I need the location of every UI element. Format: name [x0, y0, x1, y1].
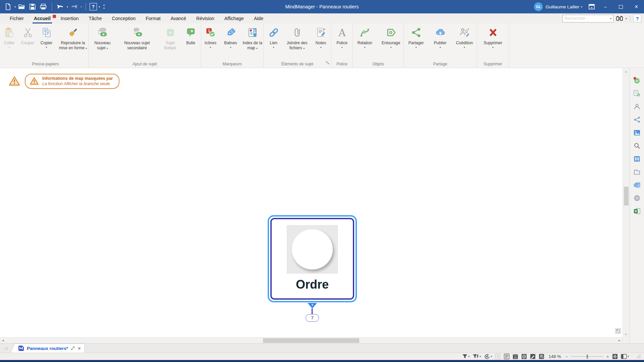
- tab-conception[interactable]: Conception: [107, 13, 141, 23]
- entourage-button[interactable]: Entourage ▾: [378, 27, 404, 49]
- dropdown-caret-icon[interactable]: ▾: [99, 5, 100, 8]
- scroll-up-arrow-icon[interactable]: ▲: [623, 68, 629, 74]
- search-caret-icon[interactable]: ▾: [610, 17, 611, 20]
- tab-aide[interactable]: Aide: [249, 13, 268, 23]
- document-tab[interactable]: Panneaux routiers* ✕: [16, 344, 85, 353]
- dropdown-caret-icon[interactable]: ▾: [390, 46, 391, 49]
- outlook-icon[interactable]: [633, 181, 641, 189]
- dropdown-caret-icon[interactable]: ▾: [107, 47, 108, 50]
- user-menu-caret-icon[interactable]: ▾: [581, 5, 582, 8]
- dropdown-caret-icon[interactable]: ▾: [80, 5, 82, 8]
- popout-tab-icon[interactable]: [71, 346, 75, 350]
- topic-title[interactable]: Ordre: [296, 278, 329, 292]
- index-de-la-map-button[interactable]: Index de la map ▾: [241, 27, 264, 51]
- redo-button[interactable]: [69, 2, 79, 11]
- scroll-down-arrow-icon[interactable]: ▼: [623, 331, 629, 337]
- subtopic-count-badge[interactable]: 7: [306, 314, 319, 322]
- files-icon[interactable]: [633, 168, 641, 176]
- binoculars-icon[interactable]: [616, 15, 623, 21]
- partager-button[interactable]: Partager ▾: [404, 27, 429, 49]
- search-input[interactable]: [565, 16, 610, 21]
- publier-button[interactable]: Publier ▾: [430, 27, 451, 49]
- document-tab-label[interactable]: Panneaux routiers*: [27, 346, 68, 351]
- dropdown-caret-icon[interactable]: ▾: [86, 47, 87, 50]
- map-parts-icon[interactable]: [633, 89, 641, 97]
- quick-refresh-button[interactable]: ▾: [484, 354, 492, 360]
- minimize-button[interactable]: –: [598, 0, 613, 13]
- collapse-branch-button[interactable]: +: [308, 303, 317, 308]
- images-icon[interactable]: [633, 129, 641, 136]
- dropdown-caret-icon[interactable]: ▾: [210, 46, 211, 49]
- dropdown-caret-icon[interactable]: ▾: [364, 46, 365, 49]
- tab-tache[interactable]: Tâche: [84, 13, 107, 23]
- map-canvas[interactable]: Informations de map masquées par La fonc…: [0, 68, 623, 343]
- joindre-des-fichiers-button[interactable]: Joindre des fichiers ▾: [283, 27, 311, 51]
- new-document-button[interactable]: [3, 2, 13, 11]
- open-file-button[interactable]: [17, 2, 26, 11]
- zoom-in-button[interactable]: +: [606, 354, 609, 359]
- dropdown-caret-icon[interactable]: ▾: [464, 46, 465, 49]
- central-topic[interactable]: Ordre: [270, 218, 354, 300]
- maximize-button[interactable]: [613, 0, 629, 13]
- tab-accueil[interactable]: Accueil: [29, 13, 56, 23]
- library-icon[interactable]: [633, 155, 641, 163]
- supprimer-button[interactable]: Supprimer ▾: [480, 27, 506, 49]
- save-button[interactable]: [28, 2, 37, 11]
- warning-pill[interactable]: Informations de map masquées par La fonc…: [25, 74, 119, 89]
- relationships-icon[interactable]: [633, 116, 641, 123]
- tab-affichage[interactable]: Affichage: [219, 13, 249, 23]
- notes-panel-button[interactable]: [539, 354, 544, 359]
- reproduire-mise-en-forme-button[interactable]: Reproduire la mise en forme ▾: [56, 27, 90, 51]
- close-tab-icon[interactable]: ✕: [77, 346, 81, 351]
- horizontal-scroll-thumb[interactable]: [263, 338, 359, 343]
- copier-button[interactable]: Copier ▾: [38, 27, 55, 49]
- ribbon-display-options-button[interactable]: [586, 0, 598, 13]
- dropdown-caret-icon[interactable]: ▾: [256, 47, 258, 50]
- help-button[interactable]: ?: [90, 3, 97, 10]
- notes-button[interactable]: Notes ▾: [312, 27, 330, 49]
- tab-revision[interactable]: Révision: [191, 13, 219, 23]
- dropdown-caret-icon[interactable]: ▾: [492, 46, 493, 49]
- close-button[interactable]: ✕: [629, 0, 644, 13]
- vertical-scroll-thumb[interactable]: [624, 187, 629, 205]
- vertical-scrollbar[interactable]: ▲ ▼: [623, 68, 629, 343]
- coedition-button[interactable]: Coédition ▾: [452, 27, 477, 49]
- police-button[interactable]: A Police ▾: [333, 27, 352, 49]
- tab-format[interactable]: Format: [141, 13, 165, 23]
- icones-button[interactable]: 1 Icônes ▾: [201, 27, 220, 49]
- dropdown-caret-icon[interactable]: ▾: [439, 46, 441, 49]
- sujet-flottant-button[interactable]: Sujet flottant: [160, 27, 181, 51]
- fit-map-button[interactable]: [612, 354, 618, 359]
- scroll-left-arrow-icon[interactable]: ◀: [0, 338, 6, 343]
- tab-insertion[interactable]: Insertion: [56, 13, 84, 23]
- zoom-slider[interactable]: [571, 354, 603, 359]
- dropdown-caret-icon[interactable]: ▾: [415, 46, 417, 49]
- zoom-slider-handle[interactable]: [587, 355, 588, 359]
- resize-grip[interactable]: [637, 354, 641, 360]
- avatar[interactable]: GL: [534, 2, 543, 11]
- dropdown-caret-icon[interactable]: ▾: [468, 355, 470, 358]
- undo-button[interactable]: [56, 2, 65, 11]
- balises-button[interactable]: Balises ▾: [221, 27, 240, 49]
- dropdown-caret-icon[interactable]: ▾: [8, 46, 10, 49]
- contextual-help-button[interactable]: ?: [633, 14, 641, 22]
- resources-icon[interactable]: [633, 103, 641, 110]
- dropdown-caret-icon[interactable]: ▾: [303, 47, 305, 50]
- dropdown-caret-icon[interactable]: ▾: [628, 355, 629, 358]
- dropdown-caret-icon[interactable]: ▾: [480, 355, 481, 358]
- dropdown-caret-icon[interactable]: ▾: [273, 46, 274, 49]
- dropdown-caret-icon[interactable]: ▾: [14, 5, 16, 8]
- user-name[interactable]: Guillaume Lailler: [545, 4, 579, 9]
- couper-button[interactable]: Couper: [19, 27, 37, 46]
- view-panel-button[interactable]: ▾: [621, 354, 629, 359]
- relation-button[interactable]: Relation ▾: [353, 27, 377, 49]
- dropdown-caret-icon[interactable]: ▾: [230, 46, 231, 49]
- outline-view-button[interactable]: [504, 354, 509, 359]
- dropdown-caret-icon[interactable]: ▾: [320, 46, 321, 49]
- power-filter-button[interactable]: ▾: [473, 354, 481, 359]
- nouveau-sujet-secondaire-button[interactable]: Nouveau sujet secondaire: [116, 27, 158, 51]
- center-map-button[interactable]: [495, 354, 501, 359]
- scroll-right-arrow-icon[interactable]: ▶: [616, 338, 623, 343]
- search-icon[interactable]: [633, 142, 641, 149]
- pen-button[interactable]: [530, 354, 536, 359]
